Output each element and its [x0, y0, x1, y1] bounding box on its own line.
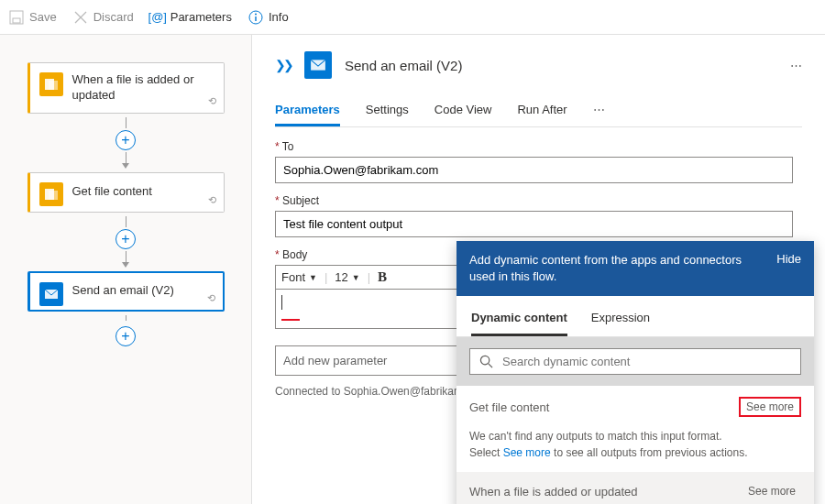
- connector: +: [18, 216, 233, 268]
- see-more-button[interactable]: See more: [739, 397, 801, 417]
- bold-button[interactable]: B: [378, 269, 387, 285]
- save-label: Save: [29, 10, 57, 24]
- trigger-title: When a file is added or updated: [72, 72, 213, 104]
- section2-label: When a file is added or updated: [469, 485, 638, 499]
- dynamic-content-popout: Add dynamic content from the apps and co…: [456, 241, 814, 504]
- add-step-button[interactable]: +: [116, 130, 136, 150]
- tab-run-after[interactable]: Run After: [517, 95, 566, 126]
- tab-code-view[interactable]: Code View: [434, 95, 492, 126]
- x-icon: [73, 10, 88, 25]
- trigger-card[interactable]: When a file is added or updated ⟲: [28, 62, 225, 114]
- discard-button[interactable]: Discard: [73, 10, 134, 25]
- sharepoint-icon: [39, 182, 63, 206]
- designer-canvas: When a file is added or updated ⟲ + Get …: [0, 35, 252, 504]
- section-get-file-content: Get file content See more: [456, 386, 814, 428]
- svg-rect-0: [10, 11, 23, 24]
- tab-settings[interactable]: Settings: [366, 95, 409, 126]
- link-icon: ⟲: [208, 194, 216, 206]
- add-step-button[interactable]: +: [116, 326, 136, 346]
- save-icon: [9, 10, 24, 25]
- section1-label: Get file content: [469, 400, 549, 414]
- subject-label: Subject: [275, 194, 802, 207]
- search-dynamic-content[interactable]: [469, 348, 801, 375]
- add-param-label: Add new parameter: [283, 354, 387, 367]
- search-icon: [479, 355, 493, 368]
- add-step-button[interactable]: +: [116, 229, 136, 249]
- tab-expression[interactable]: Expression: [591, 305, 650, 336]
- svg-point-3: [255, 13, 257, 15]
- popout-header-text: Add dynamic content from the apps and co…: [469, 252, 744, 285]
- sharepoint-icon: [39, 72, 63, 96]
- parameters-button[interactable]: [@] Parameters: [150, 10, 232, 25]
- section-trigger: When a file is added or updated See more: [456, 472, 814, 504]
- outlook-icon: [304, 51, 332, 79]
- info-label: Info: [269, 10, 289, 24]
- subject-field[interactable]: [275, 211, 793, 237]
- parameters-icon: [@]: [150, 10, 165, 25]
- tab-parameters[interactable]: Parameters: [275, 95, 340, 126]
- step-tabs: Parameters Settings Code View Run After …: [275, 95, 802, 127]
- link-icon: ⟲: [208, 95, 216, 107]
- tab-more-icon[interactable]: ⋯: [593, 95, 605, 126]
- body-field[interactable]: [275, 289, 472, 329]
- svg-point-11: [480, 356, 489, 365]
- more-icon[interactable]: ⋯: [790, 59, 802, 72]
- hide-button[interactable]: Hide: [776, 252, 801, 266]
- action2-title: Send an email (V2): [72, 283, 174, 299]
- connector: +: [18, 315, 233, 348]
- discard-label: Discard: [94, 10, 134, 24]
- body-format-toolbar: Font ▼ | 12 ▼ | B: [275, 265, 472, 289]
- see-more-button[interactable]: See more: [742, 483, 801, 499]
- save-button[interactable]: Save: [9, 10, 57, 25]
- to-label: To: [275, 140, 802, 153]
- see-more-link[interactable]: See more: [503, 446, 551, 459]
- parameters-label: Parameters: [170, 10, 232, 24]
- svg-rect-1: [13, 18, 20, 23]
- to-field[interactable]: [275, 157, 793, 183]
- svg-rect-6: [49, 81, 58, 90]
- svg-rect-8: [49, 191, 58, 200]
- step-title: Send an email (V2): [345, 58, 462, 73]
- search-input[interactable]: [502, 355, 791, 368]
- action1-title: Get file content: [72, 184, 152, 200]
- info-icon: [248, 10, 263, 25]
- action-card-send-email[interactable]: Send an email (V2) ⟲: [28, 271, 225, 312]
- connector: +: [18, 117, 233, 169]
- toolbar: Save Discard [@] Parameters Info: [0, 0, 825, 35]
- font-selector[interactable]: Font ▼: [281, 270, 317, 284]
- tab-dynamic-content[interactable]: Dynamic content: [471, 305, 567, 336]
- no-outputs-hint: We can't find any outputs to match this …: [456, 428, 814, 472]
- link-icon: ⟲: [207, 292, 215, 304]
- collapse-icon[interactable]: ❯❯: [275, 58, 292, 72]
- info-button[interactable]: Info: [248, 10, 289, 25]
- popout-header: Add dynamic content from the apps and co…: [456, 241, 814, 296]
- svg-rect-4: [255, 16, 256, 21]
- action-card-get-file[interactable]: Get file content ⟲: [28, 172, 225, 213]
- spellcheck-underline: [281, 319, 300, 321]
- fontsize-selector[interactable]: 12 ▼: [335, 270, 359, 284]
- outlook-icon: [39, 282, 63, 306]
